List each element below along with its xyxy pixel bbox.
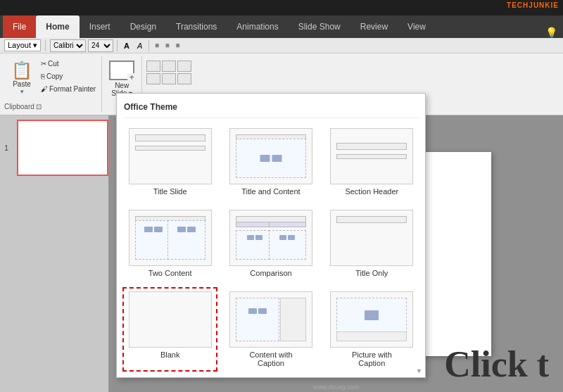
paste-icon: 📋 — [11, 61, 32, 80]
lt-2c-left — [135, 220, 172, 260]
lt-2c-icon-3 — [177, 227, 186, 232]
layout-blank[interactable]: Blank — [122, 287, 217, 372]
cut-icon: ✂ — [41, 60, 46, 68]
align-center-button[interactable]: ≡ — [163, 41, 172, 50]
lt-to-title — [336, 216, 407, 223]
techjunkie-logo: TECHJUNKIE — [507, 1, 559, 9]
shape-btn-2[interactable] — [162, 61, 176, 72]
lt-cc-content — [236, 298, 279, 341]
lt-pc-icon — [365, 310, 379, 320]
shape-btn-1[interactable] — [146, 61, 160, 72]
slide-item-1[interactable]: 1 — [17, 120, 104, 176]
layout-name-two-content: Two Content — [148, 269, 192, 277]
tab-bar: File Home Insert Design Transitions Anim… — [0, 15, 563, 38]
lt-2c-icon-2 — [154, 227, 163, 232]
font-family-select[interactable]: Calibri — [50, 39, 86, 52]
shape-btn-3[interactable] — [177, 61, 191, 72]
layout-name-content-caption: Content withCaption — [249, 350, 292, 367]
layout-thumb-title-only — [330, 210, 413, 266]
toolbar-separator — [45, 40, 46, 51]
format-painter-label: Format Painter — [49, 85, 96, 93]
font-size-select[interactable]: 24 — [88, 39, 113, 52]
layout-name-blank: Blank — [160, 350, 180, 359]
copy-label: Copy — [46, 72, 63, 80]
title-bar: TECHJUNKIE — [0, 0, 563, 15]
layout-picture-caption[interactable]: Picture withCaption — [324, 287, 419, 372]
copy-icon: ⎘ — [41, 72, 45, 80]
lt-tc-icons — [260, 155, 282, 162]
layout-thumb-title-slide — [129, 128, 212, 184]
paste-button[interactable]: 📋 Paste ▾ — [7, 58, 37, 98]
align-left-button[interactable]: ≡ — [153, 41, 161, 50]
layout-section-header[interactable]: Section Header — [324, 124, 419, 200]
shape-btn-5[interactable] — [162, 73, 176, 84]
toolbar-sep-3 — [148, 40, 149, 51]
lt-cmp-icon-l1 — [247, 235, 254, 240]
lt-icon-2 — [272, 155, 282, 162]
tab-slideshow[interactable]: Slide Show — [289, 15, 350, 38]
watermark: www.dsusg.com — [313, 384, 359, 391]
tab-home[interactable]: Home — [36, 15, 79, 38]
tab-view[interactable]: View — [398, 15, 436, 38]
layout-two-content[interactable]: Two Content — [122, 206, 217, 282]
copy-button[interactable]: ⎘ Copy — [38, 70, 99, 82]
layout-title-content[interactable]: Title and Content — [223, 124, 318, 200]
bottom-click-text: Click t — [444, 343, 549, 385]
lt-tc-content — [236, 139, 306, 178]
popup-title: Office Theme — [122, 99, 419, 118]
slide-thumbnail-1[interactable] — [17, 120, 108, 176]
cut-button[interactable]: ✂ Cut — [38, 58, 99, 70]
shapes-group — [145, 59, 193, 86]
clipboard-expand-icon[interactable]: ⊡ — [36, 103, 42, 110]
layout-dropdown[interactable]: Layout ▾ — [4, 39, 41, 51]
tab-transitions[interactable]: Transitions — [166, 15, 227, 38]
format-painter-button[interactable]: 🖌 Format Painter — [38, 83, 99, 95]
lt-cmp-icon-r1 — [279, 235, 286, 240]
lt-icon-1 — [260, 155, 270, 162]
lt-sh-title — [336, 143, 407, 150]
clipboard-footer: Clipboard ⊡ — [4, 103, 42, 110]
layout-thumb-title-content — [229, 128, 312, 184]
lt-cc-icon-1 — [248, 308, 257, 314]
clipboard-group: 📋 Paste ▾ ✂ Cut ⎘ Copy 🖌 Format Painter … — [4, 56, 102, 112]
clipboard-label: Clipboard — [4, 103, 34, 110]
layout-name-comparison: Comparison — [250, 269, 291, 277]
tab-insert[interactable]: Insert — [80, 15, 120, 38]
lt-cc-caption — [280, 298, 306, 341]
slides-panel: 1 — [0, 115, 109, 392]
tab-file[interactable]: File — [3, 15, 36, 38]
lightbulb-icon: 💡 — [545, 27, 557, 38]
layout-name-section-header: Section Header — [345, 187, 398, 196]
layout-name-title-slide: Title Slide — [153, 187, 187, 196]
new-slide-icon — [109, 61, 134, 80]
lt-2c-icon-4 — [187, 227, 196, 232]
layout-thumb-two-content — [129, 210, 212, 266]
layout-thumb-blank — [129, 291, 212, 348]
layout-thumb-picture-caption — [330, 291, 413, 348]
layout-title-slide[interactable]: Title Slide — [122, 124, 217, 200]
tab-design[interactable]: Design — [120, 15, 166, 38]
layout-name-title-content: Title and Content — [241, 187, 300, 196]
layout-name-title-only: Title Only — [355, 269, 388, 277]
lt-cmp-header-l — [236, 222, 273, 227]
bold-button[interactable]: A — [121, 41, 132, 51]
toolbar-sep-2 — [117, 40, 118, 51]
italic-button[interactable]: A — [134, 41, 145, 51]
lt-2c-right — [167, 220, 205, 260]
lt-pc-picture — [336, 298, 407, 333]
lt-cmp-left — [236, 230, 273, 260]
tab-review[interactable]: Review — [350, 15, 398, 38]
shape-btn-4[interactable] — [146, 73, 160, 84]
layout-comparison[interactable]: Comparison — [223, 206, 318, 282]
align-right-button[interactable]: ≡ — [174, 41, 182, 50]
layout-grid: Title Slide Title and Content Secti — [122, 124, 419, 372]
tab-animations[interactable]: Animations — [227, 15, 288, 38]
clipboard-small-buttons: ✂ Cut ⎘ Copy 🖌 Format Painter — [38, 58, 99, 95]
lt-subtitle-bar — [135, 146, 205, 151]
layout-title-only[interactable]: Title Only — [324, 206, 419, 282]
layout-content-caption[interactable]: Content withCaption — [223, 287, 318, 372]
layout-name-picture-caption: Picture withCaption — [352, 350, 392, 367]
layout-thumb-content-caption — [229, 291, 312, 348]
lt-cmp-header-r — [269, 222, 306, 227]
shape-btn-6[interactable] — [177, 73, 191, 84]
